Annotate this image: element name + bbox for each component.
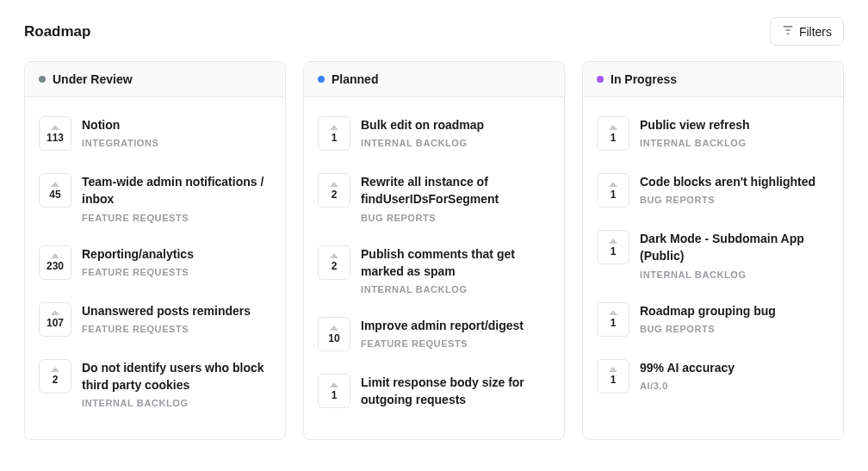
roadmap-card[interactable]: 10 Improve admin report/digest FEATURE R… [318,307,550,363]
card-title: Team-wide admin notifications / inbox [82,173,271,208]
vote-button[interactable]: 45 [39,173,71,208]
card-category: FEATURE REQUESTS [361,338,550,349]
card-content: Do not identify users who block third pa… [82,359,271,409]
vote-count: 1 [611,246,617,257]
vote-button[interactable]: 2 [318,245,350,280]
card-category: FEATURE REQUESTS [82,324,271,334]
roadmap-card[interactable]: 113 Notion INTEGRATIONS [39,106,271,163]
card-content: Rewrite all instance of findUserIDsForSe… [361,173,550,223]
roadmap-card[interactable]: 1 Roadmap grouping bug BUG REPORTS [597,292,829,349]
upvote-icon [51,182,59,187]
vote-button[interactable]: 230 [39,245,71,280]
vote-count: 107 [46,318,64,328]
roadmap-card[interactable]: 1 Public view refresh INTERNAL BACKLOG [597,106,829,163]
card-title: Public view refresh [640,116,829,133]
upvote-icon [51,310,59,315]
vote-button[interactable]: 1 [318,374,350,408]
card-content: Public view refresh INTERNAL BACKLOG [640,116,829,151]
column-body: 1 Public view refresh INTERNAL BACKLOG 1… [583,97,843,419]
upvote-icon [51,253,59,258]
column-in-progress: In Progress 1 Public view refresh INTERN… [582,61,844,440]
card-title: Do not identify users who block third pa… [82,359,271,394]
upvote-icon [51,125,59,130]
column-title: Planned [332,72,378,86]
page-title: Roadmap [24,23,90,40]
card-category: FEATURE REQUESTS [82,267,271,277]
card-content: Team-wide admin notifications / inbox FE… [82,173,271,223]
upvote-icon [609,239,617,244]
card-content: 99% AI accuracy AI/3.0 [640,359,829,394]
card-category: INTERNAL BACKLOG [82,398,271,408]
vote-count: 2 [332,261,338,271]
vote-button[interactable]: 1 [597,230,629,264]
vote-count: 1 [611,375,617,385]
vote-button[interactable]: 2 [318,173,350,208]
roadmap-card[interactable]: 1 Bulk edit on roadmap INTERNAL BACKLOG [318,106,550,163]
column-body: 1 Bulk edit on roadmap INTERNAL BACKLOG … [304,97,564,439]
upvote-icon [609,367,617,372]
card-content: Reporting/analytics FEATURE REQUESTS [82,245,271,280]
upvote-icon [330,253,338,258]
filters-label: Filters [799,25,832,39]
vote-button[interactable]: 1 [597,359,629,394]
column-header: Planned [304,62,564,97]
card-content: Notion INTEGRATIONS [82,116,271,151]
filter-icon [782,24,794,39]
column-under-review: Under Review 113 Notion INTEGRATIONS 45 [24,61,286,440]
status-dot-icon [318,76,325,83]
roadmap-card[interactable]: 1 Limit response body size for outgoing … [318,363,550,425]
roadmap-card[interactable]: 230 Reporting/analytics FEATURE REQUESTS [39,235,271,292]
card-title: Reporting/analytics [82,245,271,263]
vote-count: 1 [332,390,338,400]
card-title: Improve admin report/digest [361,317,550,334]
vote-button[interactable]: 1 [597,302,629,337]
status-dot-icon [597,76,604,83]
roadmap-card[interactable]: 45 Team-wide admin notifications / inbox… [39,163,271,235]
column-header: In Progress [583,62,843,97]
card-content: Limit response body size for outgoing re… [361,374,550,413]
card-title: Dark Mode - Subdomain App (Public) [640,230,829,265]
vote-count: 10 [328,333,339,344]
roadmap-card[interactable]: 1 99% AI accuracy AI/3.0 [597,349,829,406]
card-title: Code blocks aren't highlighted [640,173,829,190]
vote-button[interactable]: 1 [318,116,350,151]
upvote-icon [609,125,617,130]
column-title: Under Review [53,72,133,86]
roadmap-card[interactable]: 2 Rewrite all instance of findUserIDsFor… [318,163,550,235]
roadmap-card[interactable]: 107 Unanswered posts reminders FEATURE R… [39,292,271,349]
filters-button[interactable]: Filters [770,17,844,46]
vote-button[interactable]: 113 [39,116,71,151]
vote-button[interactable]: 1 [597,116,629,151]
vote-button[interactable]: 2 [39,359,71,394]
card-content: Bulk edit on roadmap INTERNAL BACKLOG [361,116,550,151]
card-title: Rewrite all instance of findUserIDsForSe… [361,173,550,208]
card-category: BUG REPORTS [640,195,829,205]
vote-count: 113 [46,133,64,143]
upvote-icon [330,125,338,130]
vote-count: 230 [46,261,64,271]
roadmap-card[interactable]: 1 Dark Mode - Subdomain App (Public) INT… [597,220,829,292]
card-title: Notion [82,116,271,133]
vote-count: 2 [53,375,59,385]
card-content: Roadmap grouping bug BUG REPORTS [640,302,829,337]
upvote-icon [609,310,617,315]
vote-count: 1 [332,133,338,143]
vote-button[interactable]: 107 [39,302,71,337]
card-category: INTERNAL BACKLOG [361,284,550,294]
upvote-icon [609,182,617,187]
roadmap-card[interactable]: 2 Do not identify users who block third … [39,349,271,421]
card-content: Publish comments that get marked as spam… [361,245,550,295]
card-title: Publish comments that get marked as spam [361,245,550,281]
column-header: Under Review [25,62,285,97]
card-category: INTERNAL BACKLOG [640,270,829,280]
card-category: FEATURE REQUESTS [82,213,271,223]
column-body: 113 Notion INTEGRATIONS 45 Team-wide adm… [25,97,285,434]
vote-count: 45 [49,189,60,200]
roadmap-card[interactable]: 1 Code blocks aren't highlighted BUG REP… [597,163,829,220]
vote-button[interactable]: 10 [318,317,350,351]
column-title: In Progress [611,72,677,86]
roadmap-card[interactable]: 2 Publish comments that get marked as sp… [318,235,550,307]
vote-button[interactable]: 1 [597,173,629,208]
card-content: Dark Mode - Subdomain App (Public) INTER… [640,230,829,280]
card-title: Bulk edit on roadmap [361,116,550,133]
